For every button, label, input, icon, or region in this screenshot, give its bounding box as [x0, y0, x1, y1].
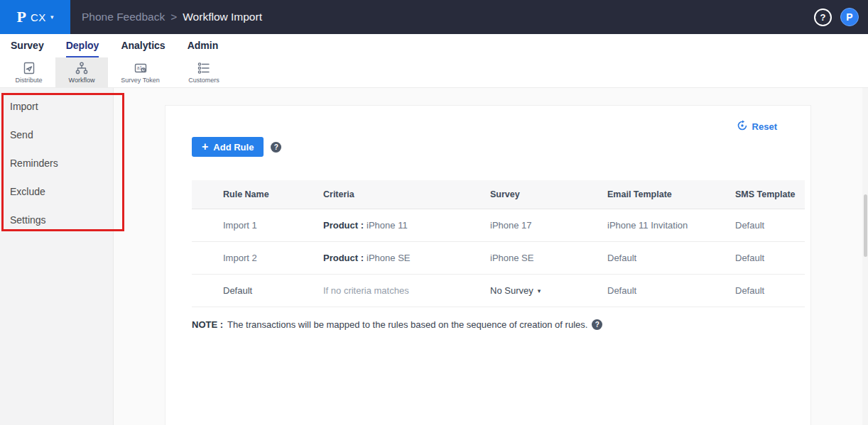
reset-button[interactable]: Reset — [737, 120, 777, 133]
help-icon[interactable]: ? — [271, 142, 281, 153]
rules-table: Rule Name Criteria Survey Email Template… — [192, 180, 805, 307]
survey-cell: No Survey ▾ — [490, 275, 607, 307]
criteria-value: iPhone SE — [367, 253, 410, 263]
criteria-cell: Product :iPhone SE — [323, 242, 490, 275]
survey-cell: iPhone SE — [490, 242, 607, 275]
product-name: CX — [31, 11, 46, 23]
product-switcher[interactable]: P CX ▾ — [0, 0, 70, 34]
rule-name-cell: Import 1 — [192, 209, 323, 242]
rule-name-cell: Import 2 — [192, 242, 323, 275]
breadcrumb-current: Workflow Import — [183, 11, 262, 23]
criteria-cell: Product :iPhone 11 — [323, 209, 490, 242]
sms-template-cell: Default — [735, 275, 805, 307]
toolbar-item-survey-token[interactable]: a1 Survey Token — [108, 57, 173, 87]
add-rule-label: Add Rule — [213, 142, 254, 153]
criteria-value: If no criteria matches — [323, 285, 409, 296]
tab-analytics[interactable]: Analytics — [121, 34, 165, 57]
table-row: Default If no criteria matches No Survey… — [192, 275, 805, 307]
sidebar-item-import[interactable]: Import — [0, 92, 113, 121]
module-nav: Survey Deploy Analytics Admin — [0, 34, 868, 57]
topbar: P CX ▾ Phone Feedback > Workflow Import … — [0, 0, 868, 34]
rules-card: Reset + Add Rule ? — [165, 105, 811, 425]
header-email-template: Email Template — [607, 180, 735, 209]
tab-admin[interactable]: Admin — [188, 34, 219, 57]
header-survey: Survey — [490, 180, 607, 209]
table-row: Import 2 Product :iPhone SE iPhone SE De… — [192, 242, 805, 275]
toolbar-item-label: Survey Token — [121, 77, 159, 84]
toolbar-item-label: Workflow — [69, 77, 95, 84]
sidebar-item-reminders[interactable]: Reminders — [0, 149, 113, 177]
header-rule-name: Rule Name — [192, 180, 323, 209]
toolbar-item-workflow[interactable]: Workflow — [55, 57, 108, 87]
email-template-cell: Default — [607, 275, 735, 307]
reset-icon — [737, 120, 748, 133]
reset-label: Reset — [752, 121, 777, 132]
scrollbar-track — [862, 88, 868, 425]
brand-logo: P — [17, 8, 26, 26]
tab-deploy[interactable]: Deploy — [66, 34, 99, 57]
note: NOTE : The transactions will be mapped t… — [192, 319, 602, 330]
toolbar-item-distribute[interactable]: Distribute — [2, 57, 55, 87]
toolbar-item-customers[interactable]: Customers — [173, 57, 235, 87]
criteria-cell: If no criteria matches — [323, 275, 490, 307]
account-avatar[interactable]: P — [840, 8, 859, 26]
page-body: Import Send Reminders Exclude Settings R… — [0, 88, 868, 425]
sms-template-cell: Default — [735, 209, 805, 242]
header-criteria: Criteria — [323, 180, 490, 209]
survey-token-icon: a1 — [134, 61, 148, 75]
distribute-icon — [22, 61, 36, 75]
survey-cell: iPhone 17 — [490, 209, 607, 242]
survey-dropdown[interactable]: No Survey ▾ — [490, 285, 541, 296]
workflow-icon — [75, 61, 89, 75]
content-area: Reset + Add Rule ? — [114, 88, 868, 425]
tab-survey[interactable]: Survey — [11, 34, 44, 57]
email-template-cell: iPhone 11 Invitation — [607, 209, 735, 242]
breadcrumb-parent[interactable]: Phone Feedback — [82, 11, 165, 23]
help-icon[interactable]: ? — [592, 319, 602, 330]
sms-template-cell: Default — [735, 242, 805, 275]
criteria-label: Product : — [323, 220, 364, 231]
rules-table-wrap: Rule Name Criteria Survey Email Template… — [192, 180, 804, 307]
note-text: The transactions will be mapped to the r… — [227, 319, 587, 330]
rule-name-cell: Default — [192, 275, 323, 307]
breadcrumb: Phone Feedback > Workflow Import — [82, 11, 262, 23]
scrollbar-thumb[interactable] — [864, 194, 867, 257]
table-header-row: Rule Name Criteria Survey Email Template… — [192, 180, 805, 209]
sidebar-item-settings[interactable]: Settings — [0, 206, 113, 234]
toolbar-item-label: Customers — [188, 77, 219, 84]
topbar-actions: ? P — [814, 8, 859, 26]
sidebar-item-exclude[interactable]: Exclude — [0, 177, 113, 206]
criteria-label: Product : — [323, 253, 364, 263]
header-sms-template: SMS Template — [735, 180, 805, 209]
table-row: Import 1 Product :iPhone 11 iPhone 17 iP… — [192, 209, 805, 242]
deploy-toolbar: Distribute Workflow a1 — [0, 57, 868, 88]
app-screen: P CX ▾ Phone Feedback > Workflow Import … — [0, 0, 868, 425]
workflow-sidebar: Import Send Reminders Exclude Settings — [0, 88, 114, 425]
help-icon[interactable]: ? — [814, 9, 832, 26]
chevron-down-icon: ▾ — [538, 287, 541, 294]
note-label: NOTE : — [192, 319, 223, 330]
survey-dropdown-value: No Survey — [490, 285, 533, 296]
toolbar-item-label: Distribute — [15, 77, 42, 84]
add-rule-button[interactable]: + Add Rule — [192, 137, 264, 157]
breadcrumb-separator: > — [170, 11, 177, 23]
customers-icon — [197, 61, 211, 75]
add-rule-row: + Add Rule ? — [192, 137, 281, 157]
chevron-down-icon: ▾ — [50, 13, 54, 21]
email-template-cell: Default — [607, 242, 735, 275]
plus-icon: + — [202, 141, 208, 153]
sidebar-item-send[interactable]: Send — [0, 121, 113, 149]
criteria-value: iPhone 11 — [367, 220, 408, 231]
